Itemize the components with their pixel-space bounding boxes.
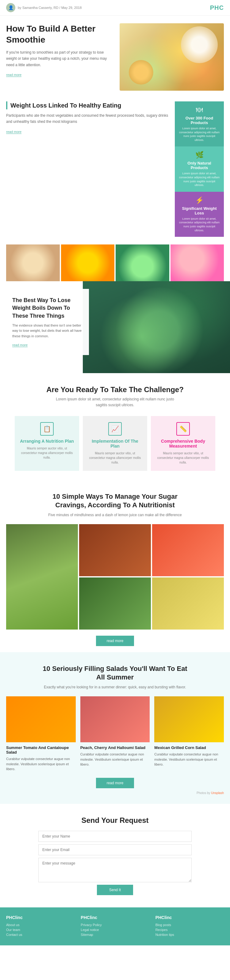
salad-card-3: Mexican Grilled Corn Salad Curabitur vul… — [154, 696, 224, 772]
natural-card-title: Only Natural Products — [179, 161, 220, 170]
footer-link-3-3[interactable]: Nutrition tips — [155, 933, 224, 937]
salads-read-more-btn[interactable]: read more — [96, 778, 134, 788]
measurement-text: Mauris semper auctor vitio, ut consectet… — [155, 451, 211, 465]
banner-read-more[interactable]: read more — [12, 343, 27, 347]
footer-link-2-3[interactable]: Sitemap — [81, 933, 149, 937]
nutrition-plan-title: Arranging A Nutrition Plan — [19, 439, 75, 444]
banner-content: The Best Way To Lose Weight Boils Down T… — [6, 289, 89, 355]
food-images-row — [0, 245, 230, 281]
salad-card-2: Peach, Cherry And Halloumi Salad Curabit… — [80, 696, 150, 772]
weight-section: Weight Loss Linked To Healthy Eating Par… — [0, 95, 230, 245]
salad-text-3: Curabitur vulputate consectetur augue no… — [154, 752, 224, 767]
banner-desc: The evidence shows that there isn't one … — [12, 323, 83, 339]
name-input[interactable] — [38, 831, 192, 842]
message-input[interactable] — [38, 858, 192, 882]
food-card-title: Over 300 Food Products — [179, 116, 220, 125]
challenge-desc: Lorem ipsum dolor sit amet, consectetur … — [51, 396, 179, 408]
sugar-title: 10 Simple Ways To Manage Your Sugar Crav… — [38, 492, 192, 510]
footer-link-3-2[interactable]: Recipes — [155, 928, 224, 932]
implementation-title: Implementation Of The Plan — [88, 439, 142, 449]
sugar-photo-grid — [6, 524, 224, 630]
submit-button[interactable]: Send It — [97, 885, 133, 895]
weight-desc: Participants who ate the most vegetables… — [6, 113, 169, 125]
challenge-cards: 📋 Arranging A Nutrition Plan Mauris semp… — [6, 416, 224, 471]
salad-card-1: Summer Tomato And Cantaloupe Salad Curab… — [6, 696, 76, 772]
salad-img-1 — [6, 696, 76, 742]
contact-form: Send It — [38, 831, 192, 895]
salad-text-2: Curabitur vulputate consectetur augue no… — [80, 752, 150, 767]
measurement-icon: 📏 — [176, 422, 190, 436]
sugar-photo-4 — [79, 578, 151, 630]
measurement-title: Comprehensive Body Measurement — [155, 439, 211, 449]
banner-title: The Best Way To Lose Weight Boils Down T… — [12, 296, 83, 320]
weight-icon: ⚡ — [179, 196, 220, 204]
weight-cards: 🍽 Over 300 Food Products Lorem ipsum dol… — [175, 102, 224, 237]
footer-link-2-1[interactable]: Privacy Policy — [81, 923, 149, 927]
sugar-photo-2 — [79, 524, 151, 576]
footer-link-1-3[interactable]: Contact us — [6, 933, 75, 937]
weight-card-title: Significant Weight Loss — [179, 206, 220, 215]
header-logo: PHC — [210, 4, 224, 11]
salads-title: 10 Seriously Filling Salads You'll Want … — [38, 665, 192, 682]
challenge-card-nutrition: 📋 Arranging A Nutrition Plan Mauris semp… — [15, 416, 79, 471]
footer-title-2: PHClinc — [81, 915, 149, 920]
food-icon: 🍽 — [179, 106, 220, 114]
feature-card-natural: 🌿 Only Natural Products Lorem ipsum dolo… — [175, 146, 224, 191]
implementation-text: Mauris semper auctor vitio, ut consectet… — [88, 451, 142, 465]
hero-title: How To Build A Better Smoothie — [6, 23, 113, 46]
weight-text: Weight Loss Linked To Healthy Eating Par… — [6, 102, 169, 134]
salads-grid: Summer Tomato And Cantaloupe Salad Curab… — [6, 696, 224, 772]
challenge-card-implementation: 📈 Implementation Of The Plan Mauris semp… — [83, 416, 147, 471]
footer-title-1: PHClinc — [6, 915, 75, 920]
weight-card-text: Lorem ipsum dolor sit amet, consectetur … — [179, 217, 220, 232]
salads-desc: Exactly what you're looking for in a sum… — [6, 684, 224, 690]
photos-credit-source: Unsplash — [211, 791, 224, 795]
contact-title: Send Your Request — [6, 816, 224, 825]
header-author: by Samantha Casserty, RD / May 29, 2018 — [18, 6, 81, 10]
footer-link-1-2[interactable]: Our team — [6, 928, 75, 932]
photos-credit: Photos by Unsplash — [6, 791, 224, 795]
footer-col-2: PHClinc Privacy Policy Legal notice Site… — [81, 915, 149, 938]
sugar-desc: Five minutes of mindfulness and a dash o… — [6, 512, 224, 518]
challenge-card-measurement: 📏 Comprehensive Body Measurement Mauris … — [151, 416, 215, 471]
footer-col-1: PHClinc About us Our team Contact us — [6, 915, 75, 938]
footer-link-3-1[interactable]: Blog posts — [155, 923, 224, 927]
salad-title-1: Summer Tomato And Cantaloupe Salad — [6, 745, 76, 754]
header-avatar: 👤 — [6, 3, 15, 12]
food-card-text: Lorem ipsum dolor sit amet, consectetur … — [179, 127, 220, 142]
header: 👤 by Samantha Casserty, RD / May 29, 201… — [0, 0, 230, 16]
salad-title-2: Peach, Cherry And Halloumi Salad — [80, 745, 150, 750]
hero-section: How To Build A Better Smoothie If you're… — [0, 16, 230, 95]
green-plate — [113, 287, 206, 373]
nutrition-plan-text: Mauris semper auctor vitio, ut consectet… — [19, 446, 75, 460]
footer-link-2-2[interactable]: Legal notice — [81, 928, 149, 932]
weight-title: Weight Loss Linked To Healthy Eating — [6, 102, 169, 109]
natural-icon: 🌿 — [179, 151, 220, 159]
salad-img-3 — [154, 696, 224, 742]
sugar-read-more-btn[interactable]: read more — [96, 636, 134, 646]
sugar-photo-5 — [152, 578, 224, 630]
weight-read-more[interactable]: read more — [6, 130, 21, 134]
feature-card-weight: ⚡ Significant Weight Loss Lorem ipsum do… — [175, 192, 224, 237]
challenge-title: Are You Ready To Take The Challenge? — [6, 385, 224, 394]
hero-text: How To Build A Better Smoothie If you're… — [6, 23, 113, 77]
natural-card-text: Lorem ipsum dolor sit amet, consectetur … — [179, 172, 220, 187]
footer: PHClinc About us Our team Contact us PHC… — [0, 907, 230, 945]
footer-title-3: PHClinc — [155, 915, 224, 920]
sugar-section: 10 Simple Ways To Manage Your Sugar Crav… — [0, 480, 230, 652]
hero-image — [120, 23, 224, 91]
hero-description: If you're turning to smoothies as part o… — [6, 49, 113, 68]
sugar-photo-3 — [152, 524, 224, 576]
feature-card-food: 🍽 Over 300 Food Products Lorem ipsum dol… — [175, 102, 224, 146]
footer-link-1-1[interactable]: About us — [6, 923, 75, 927]
salad-text-1: Curabitur vulputate consectetur augue no… — [6, 756, 76, 772]
email-input[interactable] — [38, 844, 192, 855]
challenge-section: Are You Ready To Take The Challenge? Lor… — [0, 373, 230, 480]
salad-title-3: Mexican Grilled Corn Salad — [154, 745, 224, 750]
salad-img-2 — [80, 696, 150, 742]
nutrition-plan-icon: 📋 — [40, 422, 54, 436]
big-banner: The Best Way To Lose Weight Boils Down T… — [0, 281, 230, 373]
sugar-photo-1 — [6, 524, 78, 630]
hero-read-more[interactable]: read more — [6, 73, 21, 77]
footer-col-3: PHClinc Blog posts Recipes Nutrition tip… — [155, 915, 224, 938]
